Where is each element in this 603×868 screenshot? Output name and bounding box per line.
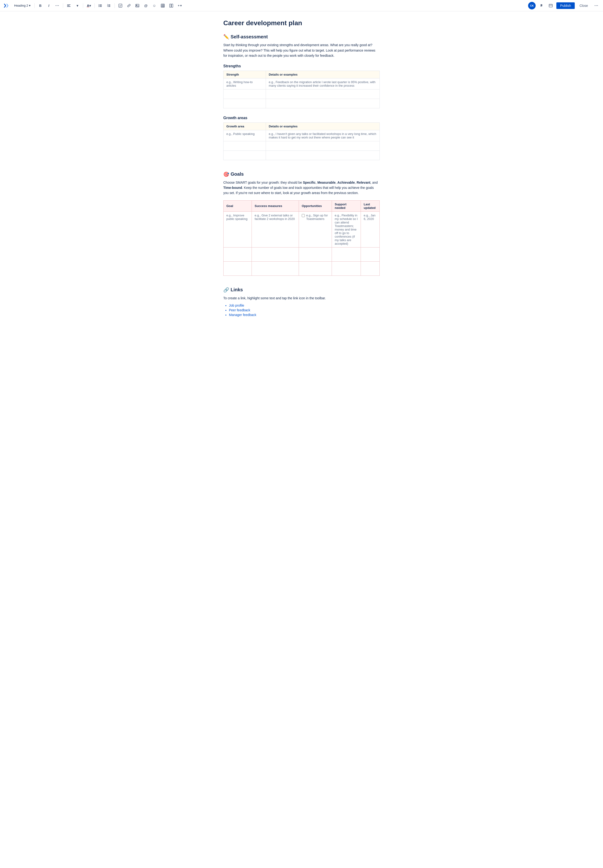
goals-icon: 🎯 [223, 171, 229, 177]
goal-cell [224, 261, 252, 275]
avatar-button[interactable]: CK [528, 2, 536, 9]
insert-more-button[interactable]: + ▾ [176, 2, 184, 9]
numbered-list-button[interactable]: 1.2.3. [105, 2, 113, 9]
svg-rect-18 [161, 4, 164, 7]
table-row [224, 150, 380, 160]
bullet-list-button[interactable] [97, 2, 104, 9]
table-row [224, 89, 380, 99]
opportunity-checkbox[interactable] [302, 214, 305, 217]
self-assessment-section: ✏️ Self-assessment Start by thinking thr… [223, 34, 380, 160]
table-row [224, 261, 380, 275]
bold-button[interactable]: B [37, 2, 44, 9]
strength-cell: e.g., Writing how-to articles [224, 78, 266, 89]
svg-text:3.: 3. [107, 6, 108, 7]
list-item[interactable]: Peer feedback [229, 308, 380, 312]
svg-rect-0 [67, 5, 70, 5]
toolbar: Heading 2 ▾ B I ··· ▾ A▾ 1.2.3. @ ☺ + ▾ … [0, 0, 603, 11]
app-logo [3, 2, 9, 9]
list-item[interactable]: Job profile [229, 304, 380, 307]
success-cell [252, 247, 299, 261]
growth-detail-cell: e.g., I haven't given any talks or facil… [266, 130, 380, 141]
goals-heading: 🎯 Goals [223, 171, 380, 177]
strengths-col2-header: Details or examples [266, 71, 380, 78]
toolbar-right: CK Publish Close ··· [528, 2, 600, 9]
goals-section: 🎯 Goals Choose SMART goals for your grow… [223, 171, 380, 276]
links-heading: 🔗 Links [223, 287, 380, 293]
last-updated-cell: e.g., Jan 6, 2020 [361, 212, 380, 247]
svg-rect-8 [100, 6, 102, 7]
table-row [224, 99, 380, 108]
self-assessment-heading: ✏️ Self-assessment [223, 34, 380, 40]
growth-detail-cell [266, 141, 380, 150]
table-button[interactable] [159, 2, 167, 9]
svg-point-5 [99, 5, 99, 6]
last-updated-cell [361, 261, 380, 275]
strength-cell [224, 89, 266, 99]
growth-area-cell: e.g., Public speaking [224, 130, 266, 141]
goals-col-success-header: Success measures [252, 201, 299, 212]
self-assessment-icon: ✏️ [223, 34, 229, 40]
support-cell [332, 247, 361, 261]
links-intro: To create a link, highlight some text an… [223, 295, 380, 301]
svg-point-3 [99, 4, 99, 5]
goals-col-opp-header: Opportunities [299, 201, 332, 212]
link-button[interactable] [125, 2, 133, 9]
opportunity-cell [299, 261, 332, 275]
table-row [224, 141, 380, 150]
svg-rect-23 [170, 4, 171, 7]
task-button[interactable] [117, 2, 124, 9]
columns-button[interactable] [167, 2, 175, 9]
growth-areas-heading: Growth areas [223, 116, 380, 120]
goals-intro: Choose SMART goals for your growth: they… [223, 180, 380, 196]
strength-detail-cell: e.g., Feedback on the migration article … [266, 78, 380, 89]
page-content: Career development plan ✏️ Self-assessme… [212, 11, 391, 337]
svg-point-7 [99, 6, 99, 7]
opportunity-label: e.g., Sign up for Toastmasters [306, 213, 329, 221]
svg-rect-15 [119, 4, 122, 7]
divider-4 [94, 3, 95, 8]
table-row: e.g., Improve public speakinge.g., Give … [224, 212, 380, 247]
svg-rect-10 [108, 5, 110, 5]
opportunity-cell: e.g., Sign up for Toastmasters [299, 212, 332, 247]
checkbox-item: e.g., Sign up for Toastmasters [302, 213, 329, 221]
strengths-col1-header: Strength [224, 71, 266, 78]
goal-cell: e.g., Improve public speaking [224, 212, 252, 247]
more-options-button[interactable]: ··· [593, 2, 600, 9]
heading-label: Heading 2 [14, 4, 28, 7]
opportunity-cell [299, 247, 332, 261]
align-button[interactable] [65, 2, 73, 9]
list-item[interactable]: Manager feedback [229, 313, 380, 317]
emoji-button[interactable]: ☺ [150, 2, 158, 9]
svg-rect-4 [100, 5, 102, 5]
links-list: Job profilePeer feedbackManager feedback [223, 304, 380, 317]
goals-table: Goal Success measures Opportunities Supp… [223, 201, 380, 276]
strength-cell [224, 99, 266, 108]
more-formatting-button[interactable]: ··· [54, 2, 61, 9]
self-assessment-intro: Start by thinking through your existing … [223, 42, 380, 58]
publish-button[interactable]: Publish [557, 2, 575, 9]
align-chevron[interactable]: ▾ [74, 2, 81, 9]
italic-button[interactable]: I [45, 2, 53, 9]
svg-rect-12 [108, 5, 110, 6]
growth-col1-header: Growth area [224, 122, 266, 130]
table-row: e.g., Writing how-to articlese.g., Feedb… [224, 78, 380, 89]
heading-selector[interactable]: Heading 2 ▾ [12, 3, 32, 8]
divider-3 [83, 3, 83, 8]
links-section: 🔗 Links To create a link, highlight some… [223, 287, 380, 317]
table-row: e.g., Public speakinge.g., I haven't giv… [224, 130, 380, 141]
growth-area-cell [224, 141, 266, 150]
strength-detail-cell [266, 89, 380, 99]
svg-rect-2 [67, 6, 70, 7]
view-button[interactable] [547, 2, 555, 9]
svg-rect-25 [549, 4, 552, 7]
svg-rect-16 [136, 4, 139, 7]
growth-detail-cell [266, 150, 380, 160]
mention-button[interactable]: @ [142, 2, 150, 9]
growth-area-cell [224, 150, 266, 160]
image-button[interactable] [133, 2, 141, 9]
add-collaborator-button[interactable] [538, 2, 545, 9]
divider-1 [34, 3, 35, 8]
close-button[interactable]: Close [577, 2, 591, 9]
strength-detail-cell [266, 99, 380, 108]
text-color-button[interactable]: A▾ [85, 2, 93, 9]
